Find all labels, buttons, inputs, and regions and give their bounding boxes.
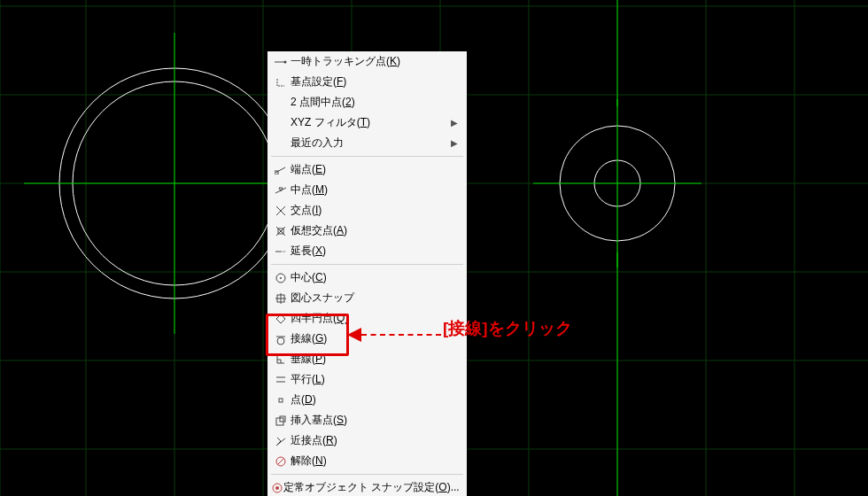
menu-label: 最近の入力 xyxy=(291,136,451,151)
svg-line-28 xyxy=(275,167,285,173)
menu-item-osnap-settings[interactable]: 定常オブジェクト スナップ設定(O)... xyxy=(267,477,467,496)
menu-item-centroid[interactable]: 図心スナップ xyxy=(267,288,467,308)
arrow-dash xyxy=(361,334,441,336)
menu-label: 仮想交点(A) xyxy=(291,223,458,238)
midpoint-icon xyxy=(271,186,291,195)
menu-item-node[interactable]: 点(D) xyxy=(267,390,467,410)
menu-item-tracking-point[interactable]: 一時トラッキング点(K) xyxy=(267,51,467,72)
menu-label: 基点設定(F) xyxy=(291,74,458,89)
menu-label: 四半円点(Q) xyxy=(291,311,458,326)
menu-item-parallel[interactable]: 平行(L) xyxy=(267,369,467,390)
menu-label: 垂線(P) xyxy=(291,352,458,367)
menu-item-xyz-filter[interactable]: XYZ フィルタ(T) ▶ xyxy=(267,112,467,133)
insert-icon xyxy=(271,415,291,427)
svg-marker-44 xyxy=(276,314,285,323)
menu-item-base-point[interactable]: 基点設定(F) xyxy=(267,72,467,92)
annotation-text: [接線]をクリック xyxy=(443,317,572,340)
menu-label: 端点(E) xyxy=(291,162,458,177)
menu-item-center[interactable]: 中心(C) xyxy=(267,267,467,288)
menu-label: 定常オブジェクト スナップ設定(O)... xyxy=(283,480,460,495)
menu-label: 挿入基点(S) xyxy=(291,413,458,428)
svg-line-54 xyxy=(277,458,284,465)
menu-label: 平行(L) xyxy=(291,372,458,387)
menu-label: 解除(N) xyxy=(291,453,458,469)
osnap-context-menu: 一時トラッキング点(K) 基点設定(F) 2 点間中点(2) XYZ フィルタ(… xyxy=(267,51,467,496)
menu-item-perpendicular[interactable]: 垂線(P) xyxy=(267,349,467,369)
quadrant-icon xyxy=(271,313,291,325)
menu-label: 交点(I) xyxy=(291,203,458,218)
menu-item-none[interactable]: 解除(N) xyxy=(267,451,467,471)
arrow-head-icon xyxy=(347,328,361,342)
right-crosshair xyxy=(533,99,701,267)
tangent-icon xyxy=(271,333,291,345)
svg-point-56 xyxy=(275,486,279,490)
svg-rect-49 xyxy=(279,399,283,402)
menu-item-extension[interactable]: 延長(X) xyxy=(267,241,467,261)
submenu-arrow-icon: ▶ xyxy=(451,138,458,148)
apparent-icon xyxy=(271,225,291,237)
menu-label: 2 点間中点(2) xyxy=(291,95,458,110)
tracking-point-icon xyxy=(271,58,291,66)
extension-icon xyxy=(271,248,291,255)
menu-separator xyxy=(271,474,463,475)
menu-item-endpoint[interactable]: 端点(E) xyxy=(267,159,467,180)
none-icon xyxy=(271,455,291,468)
intersection-icon xyxy=(271,205,291,217)
svg-point-45 xyxy=(277,337,284,345)
perpendicular-icon xyxy=(271,353,291,366)
annotation-arrow xyxy=(347,328,441,342)
menu-item-nearest[interactable]: 近接点(R) xyxy=(267,430,467,451)
menu-item-recent[interactable]: 最近の入力 ▶ xyxy=(267,133,467,153)
menu-label: 一時トラッキング点(K) xyxy=(291,54,458,69)
menu-item-mid2[interactable]: 2 点間中点(2) xyxy=(267,92,467,112)
menu-item-quadrant[interactable]: 四半円点(Q) xyxy=(267,308,467,329)
menu-item-intersection[interactable]: 交点(I) xyxy=(267,200,467,221)
nearest-icon xyxy=(271,435,291,447)
osnap-settings-icon xyxy=(271,482,283,494)
menu-item-apparent[interactable]: 仮想交点(A) xyxy=(267,221,467,241)
menu-separator xyxy=(271,156,463,157)
svg-point-40 xyxy=(280,277,282,279)
endpoint-icon xyxy=(271,166,291,174)
menu-label: 中心(C) xyxy=(291,270,458,285)
node-icon xyxy=(271,394,291,407)
menu-item-midpoint[interactable]: 中点(M) xyxy=(267,180,467,200)
menu-label: 図心スナップ xyxy=(291,291,458,306)
svg-rect-51 xyxy=(280,416,285,422)
menu-item-insert[interactable]: 挿入基点(S) xyxy=(267,410,467,430)
base-point-icon xyxy=(271,76,291,89)
menu-label: 延長(X) xyxy=(291,244,458,259)
menu-separator xyxy=(271,264,463,265)
centroid-icon xyxy=(271,292,291,305)
svg-point-27 xyxy=(284,60,287,63)
submenu-arrow-icon: ▶ xyxy=(451,118,458,128)
menu-label: XYZ フィルタ(T) xyxy=(291,115,451,130)
menu-label: 点(D) xyxy=(291,392,458,407)
center-icon xyxy=(271,272,291,284)
menu-label: 中点(M) xyxy=(291,182,458,198)
menu-label: 近接点(R) xyxy=(291,433,458,448)
parallel-icon xyxy=(271,375,291,385)
